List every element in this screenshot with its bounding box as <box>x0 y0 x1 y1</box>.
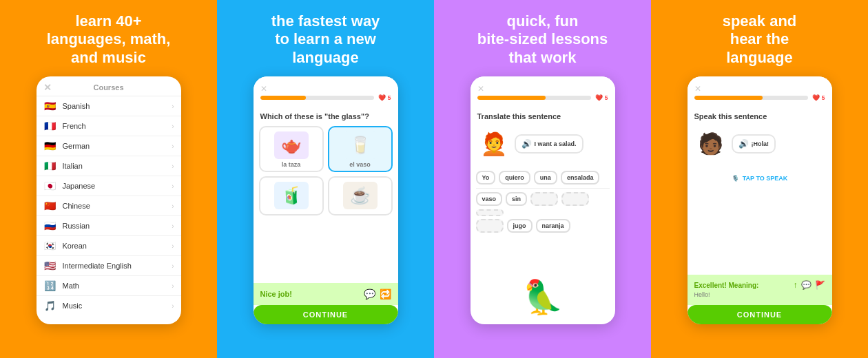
list-item[interactable]: 🇫🇷 French › <box>37 116 181 136</box>
comment-icon[interactable]: 💬 <box>364 288 375 299</box>
list-item[interactable]: 🇯🇵 Japanese › <box>37 176 181 196</box>
quiz-question: Which of these is "the glass"? <box>254 108 398 123</box>
word-chip[interactable]: quiero <box>499 171 530 185</box>
hearts-display: ❤️ 5 <box>812 94 825 101</box>
continue-button[interactable]: CONTINUE <box>254 305 398 324</box>
word-chip[interactable]: vaso <box>476 192 503 206</box>
chevron-icon: › <box>172 242 174 250</box>
nice-job-text: Nice job! <box>260 290 292 298</box>
quiz-card-selected[interactable]: 🥛 el vaso <box>328 126 393 172</box>
course-name: Russian <box>63 222 90 230</box>
word-bank-row-2: jugo naranja <box>476 219 610 233</box>
progress-bar-section: ❤️ 5 <box>694 94 825 101</box>
chevron-icon: › <box>172 282 174 290</box>
list-item[interactable]: 🎵 Music › <box>37 296 181 315</box>
flag-french: 🇫🇷 <box>43 121 57 131</box>
chevron-icon: › <box>172 123 174 130</box>
list-item[interactable]: 🇨🇳 Chinese › <box>37 196 181 216</box>
word-chip-blank[interactable] <box>530 192 558 206</box>
list-item[interactable]: 🇺🇸 Intermediate English › <box>37 256 181 276</box>
chevron-icon: › <box>172 262 174 270</box>
quiz-card[interactable]: ☕ <box>328 176 393 215</box>
word-chip[interactable]: naranja <box>536 219 570 233</box>
audio-icon[interactable]: 🔊 <box>738 139 749 149</box>
continue-button[interactable]: CONTINUE <box>688 305 832 324</box>
progress-bar-section: ❤️ 5 <box>477 94 608 101</box>
share-icon[interactable]: 🔁 <box>380 288 391 299</box>
quiz-card[interactable]: 🧃 <box>259 176 324 215</box>
courses-header: ✕ Courses <box>37 76 181 96</box>
word-chip-blank[interactable] <box>476 219 504 233</box>
card-label: el vaso <box>349 161 371 168</box>
flag-math: 🔢 <box>43 281 57 291</box>
word-chip[interactable]: sin <box>506 192 527 206</box>
word-chip[interactable]: jugo <box>507 219 533 233</box>
progress-bar-background <box>260 96 375 100</box>
footer-icons: 💬 🔁 <box>364 288 391 299</box>
word-chip[interactable]: una <box>534 171 557 185</box>
list-item[interactable]: 🇮🇹 Italian › <box>37 156 181 176</box>
comment-icon[interactable]: 💬 <box>801 280 812 290</box>
panel-2-title: the fastest wayto learn a newlanguage <box>271 12 380 67</box>
phone-mockup-1: ✕ Courses 🇪🇸 Spanish › 🇫🇷 French › 🇩🇪 Ge… <box>37 76 181 324</box>
list-item[interactable]: 🇪🇸 Spanish › <box>37 96 181 116</box>
chevron-icon: › <box>172 182 174 190</box>
flag-spanish: 🇪🇸 <box>43 101 57 111</box>
word-chip-blank[interactable] <box>476 209 504 216</box>
character-row: 🧑‍🦰 🔊 I want a salad. <box>477 125 608 162</box>
progress-bar-fill <box>477 96 546 100</box>
share-icon[interactable]: ↑ <box>794 280 798 290</box>
close-icon[interactable]: ✕ <box>43 82 52 93</box>
owl-mascot: 🦜 <box>515 273 570 322</box>
speech-bubble: 🔊 I want a salad. <box>515 134 583 154</box>
word-chip-blank[interactable] <box>561 192 589 206</box>
chevron-icon: › <box>172 103 174 110</box>
speak-char-row: 🧑🏾 🔊 ¡Hola! <box>694 125 825 162</box>
audio-icon[interactable]: 🔊 <box>521 139 532 149</box>
panel-1-title: learn 40+languages, math,and music <box>47 12 171 67</box>
owl-section: 🦜 <box>471 273 615 324</box>
phone-mockup-4: ✕ ❤️ 5 Speak this sentence 🧑🏾 🔊 ¡Hola! <box>688 76 832 324</box>
excellent-title: Excellent! Meaning: <box>694 282 759 289</box>
panel-translate: quick, funbite-sized lessonsthat work ✕ … <box>434 0 651 358</box>
quiz-card[interactable]: 🫖 la taza <box>259 126 324 172</box>
character-avatar: 🧑🏾 <box>694 125 727 162</box>
course-name: French <box>63 122 86 130</box>
flag-korean: 🇰🇷 <box>43 241 57 251</box>
quiz-header: ✕ ❤️ 5 <box>688 76 832 108</box>
progress-bar-background <box>477 96 592 100</box>
close-icon[interactable]: ✕ <box>694 84 701 94</box>
chevron-icon: › <box>172 222 174 230</box>
card-image: 🫖 <box>274 131 309 159</box>
flag-icon[interactable]: 🚩 <box>815 280 825 290</box>
card-label: la taza <box>282 161 301 168</box>
list-item[interactable]: 🔢 Math › <box>37 276 181 296</box>
course-name: Math <box>63 282 79 290</box>
word-chip[interactable]: Yo <box>476 171 496 185</box>
speech-bubble: 🔊 ¡Hola! <box>732 134 776 154</box>
course-name: Spanish <box>63 102 90 110</box>
speech-text: I want a salad. <box>535 140 577 147</box>
word-chip[interactable]: ensalada <box>561 171 600 185</box>
phone-mockup-2: ✕ ❤️ 5 Which of these is "the glass"? 🫖 … <box>254 76 398 324</box>
panel-languages: learn 40+languages, math,and music ✕ Cou… <box>0 0 217 358</box>
list-item[interactable]: 🇷🇺 Russian › <box>37 216 181 236</box>
list-item[interactable]: 🇩🇪 German › <box>37 136 181 156</box>
heart-icon: ❤️ <box>595 94 603 101</box>
list-item[interactable]: 🇰🇷 Korean › <box>37 236 181 256</box>
close-icon[interactable]: ✕ <box>477 84 484 94</box>
close-icon[interactable]: ✕ <box>260 84 267 94</box>
progress-bar-fill <box>694 96 763 100</box>
course-name: Korean <box>63 242 87 250</box>
heart-icon: ❤️ <box>378 94 386 101</box>
flag-german: 🇩🇪 <box>43 141 57 151</box>
card-image: 🧃 <box>274 182 309 209</box>
quiz-footer: Nice job! 💬 🔁 <box>254 283 398 305</box>
panel-quiz: the fastest wayto learn a newlanguage ✕ … <box>217 0 434 358</box>
course-name: German <box>63 142 90 150</box>
speech-text: ¡Hola! <box>752 140 769 147</box>
panel-speak: speak andhear thelanguage ✕ ❤️ 5 Speak t… <box>651 0 868 358</box>
progress-bar-background <box>694 96 809 100</box>
tap-to-speak-button[interactable]: 🎙️ TAP TO SPEAK <box>694 169 825 187</box>
flag-japanese: 🇯🇵 <box>43 181 57 191</box>
